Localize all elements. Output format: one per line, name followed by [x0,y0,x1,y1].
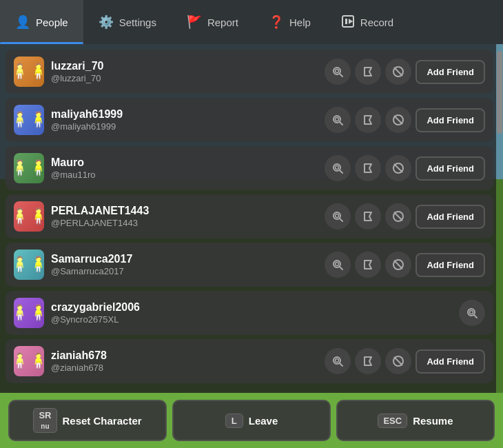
avatar: 🧍 [14,201,44,232]
reset-character-button[interactable]: SRnu Reset Character [8,400,167,441]
nav-record[interactable]: Record [326,0,409,44]
person-name: zianiah678 [51,349,318,362]
block-player-button[interactable] [385,59,411,85]
leave-key-badge: L [225,414,243,428]
avatar-image: 🧍 [14,346,44,376]
person-actions: Add Friend [325,348,485,374]
avatar-image: 🧍 [14,201,44,232]
person-row: 🧍 Samarruca2017 @Samarruca2017 [6,243,493,287]
help-icon: ❓ [269,16,284,28]
search-player-button[interactable] [325,107,351,133]
flag-player-button[interactable] [355,155,381,181]
avatar: 🧍 [14,298,44,328]
search-player-button[interactable] [325,59,351,85]
block-player-button[interactable] [385,252,411,278]
person-info: zianiah678 @zianiah678 [51,349,318,373]
person-handle: @Samarruca2017 [51,266,318,276]
nav-record-label: Record [360,17,393,28]
add-friend-button[interactable]: Add Friend [415,156,485,181]
svg-point-38 [336,359,339,363]
nav-help-label: Help [289,17,311,28]
person-actions: Add Friend [325,252,485,278]
flag-player-button[interactable] [355,107,381,133]
search-player-button[interactable] [325,252,351,278]
flag-player-button[interactable] [355,252,381,278]
avatar-image: 🧍 [14,57,44,87]
avatar: 🧍 [14,153,44,183]
person-name: crazygabriel2006 [51,301,452,314]
nav-people[interactable]: 👤 People [0,0,83,44]
nav-people-label: People [36,17,68,28]
person-handle: @luzzari_70 [51,73,318,83]
avatar: 🧍 [14,346,44,376]
block-player-button[interactable] [385,107,411,133]
person-name: maliyah61999 [51,108,318,121]
svg-line-4 [340,74,342,77]
block-player-button[interactable] [385,348,411,374]
nav-help[interactable]: ❓ Help [254,0,326,44]
add-friend-button[interactable]: Add Friend [415,349,485,374]
add-friend-button[interactable]: Add Friend [415,253,485,277]
person-handle: @PERLAJANET1443 [51,218,318,228]
person-name: Mauro [51,156,318,169]
report-icon: 🚩 [187,16,202,28]
person-handle: @mau11ro [51,170,318,180]
reset-key-badge: SRnu [33,408,57,433]
avatar-image: 🧍 [14,153,44,183]
add-friend-button[interactable]: Add Friend [415,205,485,229]
svg-point-11 [336,118,339,121]
people-icon: 👤 [15,16,30,28]
person-row: 🧍 maliyah61999 @maliyah61999 [6,98,493,142]
reset-character-label: Reset Character [63,415,142,427]
flag-player-button[interactable] [355,203,381,230]
nav-report-label: Report [207,17,238,28]
person-info: maliyah61999 @maliyah61999 [51,108,318,132]
svg-point-17 [336,166,339,170]
svg-rect-1 [345,19,347,24]
svg-line-16 [340,170,342,173]
scrollbar-track[interactable] [496,44,503,393]
svg-line-8 [395,68,402,76]
svg-line-32 [395,261,402,269]
avatar: 🧍 [14,105,44,135]
person-info: PERLAJANET1443 @PERLAJANET1443 [51,205,318,228]
svg-line-20 [395,165,402,172]
person-handle: @maliyah61999 [51,121,318,132]
leave-button[interactable]: L Leave [172,400,331,441]
nav-report[interactable]: 🚩 Report [172,0,254,44]
svg-line-26 [395,213,402,221]
avatar: 🧍 [14,250,44,280]
resume-button[interactable]: ESC Resume [336,400,495,441]
person-actions: Add Friend [325,203,485,230]
nav-settings-label: Settings [119,17,156,28]
nav-settings[interactable]: ⚙️ Settings [83,0,172,44]
svg-line-10 [340,122,342,125]
people-list-wrap: 🧍 luzzari_70 @luzzari_70 [0,44,503,393]
search-player-button[interactable] [325,203,351,230]
leave-label: Leave [249,415,278,427]
flag-player-button[interactable] [355,348,381,374]
block-player-button[interactable] [385,155,411,181]
search-player-button[interactable] [325,348,351,374]
nav-bar: 👤 People ⚙️ Settings 🚩 Report ❓ Help Rec… [0,0,503,44]
block-player-button[interactable] [385,203,411,230]
record-icon [341,14,355,30]
avatar-image: 🧍 [14,105,44,135]
flag-player-button[interactable] [355,59,381,85]
person-name: PERLAJANET1443 [51,205,318,217]
person-actions: Add Friend [325,59,485,85]
person-row: 🧍 crazygabriel2006 @Syncro2675XL [6,291,493,335]
person-row: 🧍 luzzari_70 @luzzari_70 [6,50,493,94]
main-panel: 👤 People ⚙️ Settings 🚩 Report ❓ Help Rec… [0,0,503,448]
add-friend-button[interactable]: Add Friend [415,108,485,132]
add-friend-button[interactable]: Add Friend [415,60,485,84]
search-player-button[interactable] [459,300,485,326]
person-info: Mauro @mau11ro [51,156,318,180]
avatar-image: 🧍 [14,298,44,328]
person-actions: Add Friend [325,107,485,133]
person-actions [459,300,485,326]
search-player-button[interactable] [325,155,351,181]
scrollbar-thumb[interactable] [497,51,502,134]
people-list: 🧍 luzzari_70 @luzzari_70 [0,44,496,393]
avatar-image: 🧍 [14,250,44,280]
